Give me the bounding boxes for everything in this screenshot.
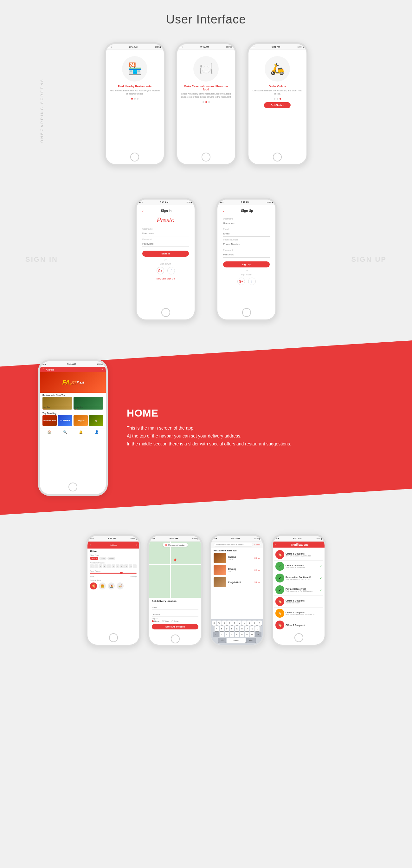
map-home-btn[interactable] bbox=[171, 634, 180, 643]
signup-home-btn[interactable] bbox=[242, 308, 251, 317]
facebook-signin-icon[interactable]: f bbox=[167, 267, 175, 274]
cuisine-burger[interactable]: 🍔 bbox=[99, 583, 106, 589]
guest-5[interactable]: 5 bbox=[107, 564, 111, 568]
su-email-input[interactable] bbox=[223, 231, 270, 237]
key-a[interactable]: A bbox=[214, 626, 219, 631]
cuisine-noodle[interactable]: 🍜 bbox=[116, 583, 124, 589]
home-nav-home[interactable]: 🏠 bbox=[47, 430, 51, 434]
filter-icon[interactable]: ⚙ bbox=[101, 368, 103, 371]
map-pin-icon[interactable]: 📍 bbox=[172, 558, 178, 563]
tag-lunch[interactable]: Lunch bbox=[99, 557, 107, 560]
signup-button[interactable]: Sign up bbox=[223, 261, 270, 268]
key-i[interactable]: I bbox=[247, 621, 252, 626]
guest-2[interactable]: 2 bbox=[95, 564, 98, 568]
price-range-slider[interactable] bbox=[90, 572, 137, 574]
google-signin-icon[interactable]: G+ bbox=[157, 267, 164, 274]
key-f[interactable]: F bbox=[230, 626, 234, 631]
guest-8[interactable]: 8 bbox=[120, 564, 124, 568]
key-123[interactable]: 123 bbox=[218, 638, 226, 643]
radio-other[interactable]: Other bbox=[171, 620, 179, 622]
key-s[interactable]: S bbox=[219, 626, 224, 631]
notif-item-3[interactable]: ✓ Reservation Confirmed! Your Reservatio… bbox=[274, 572, 323, 584]
key-o[interactable]: O bbox=[252, 621, 257, 626]
guest-10[interactable]: 10 bbox=[129, 564, 133, 568]
notif-item-6[interactable]: 🏷️ Offers & Coupons! 50% off on Order ov… bbox=[274, 608, 323, 619]
key-b[interactable]: B bbox=[240, 632, 244, 637]
key-p[interactable]: P bbox=[258, 621, 262, 626]
list-item-italiano[interactable]: Italiano ★ 4.1 2.7 km bbox=[214, 553, 260, 563]
filter-nav-settings[interactable]: ⚙ bbox=[136, 544, 137, 546]
guest-1[interactable]: 1 bbox=[90, 564, 94, 568]
guest-6[interactable]: 6 bbox=[111, 564, 115, 568]
notif-item-7[interactable]: 🏷️ Offers & Coupons! bbox=[274, 619, 323, 631]
key-j[interactable]: J bbox=[245, 626, 249, 631]
home-nav-search[interactable]: 🔍 bbox=[63, 430, 67, 434]
trending-item-2[interactable]: SUMMER bbox=[58, 415, 72, 426]
tag-brunch[interactable]: Brunch bbox=[90, 557, 98, 560]
home-address[interactable]: 📍 Address bbox=[42, 368, 54, 371]
guest-3[interactable]: 3 bbox=[99, 564, 102, 568]
guest-7[interactable]: 7 bbox=[116, 564, 119, 568]
notif-home-btn[interactable] bbox=[295, 633, 303, 642]
key-q[interactable]: Q bbox=[212, 621, 216, 626]
restaurant-card-2[interactable]: Kalyani Veg ★ 4.0 bbox=[73, 397, 103, 410]
home-phone-btn[interactable] bbox=[68, 483, 77, 491]
key-z[interactable]: Z bbox=[219, 632, 224, 637]
guest-more[interactable]: › bbox=[133, 564, 137, 568]
key-x[interactable]: X bbox=[225, 632, 229, 637]
key-n[interactable]: N bbox=[245, 632, 249, 637]
cuisine-pizza[interactable]: 🍕 bbox=[90, 583, 97, 589]
home-btn-1[interactable] bbox=[130, 153, 139, 161]
landmark-input[interactable] bbox=[152, 613, 198, 617]
restaurant-card-1[interactable]: Irani Cafe ★ 3.5 bbox=[42, 397, 72, 410]
key-y[interactable]: Y bbox=[237, 621, 242, 626]
key-space[interactable]: space bbox=[227, 638, 246, 643]
notif-item-4[interactable]: ✓ Payment Received! Your payment of Rs 8… bbox=[274, 584, 323, 596]
key-l[interactable]: L bbox=[255, 626, 260, 631]
guest-9[interactable]: 9 bbox=[124, 564, 128, 568]
use-current-location[interactable]: 🎯 Use current location bbox=[163, 543, 187, 547]
key-w[interactable]: W bbox=[217, 621, 221, 626]
signin-button[interactable]: Sign In bbox=[142, 251, 189, 257]
tag-dinner[interactable]: Dinner bbox=[107, 557, 115, 560]
facebook-signup-icon[interactable]: f bbox=[248, 278, 256, 285]
su-password-input[interactable] bbox=[223, 252, 270, 258]
trending-item-4[interactable]: 🍜 bbox=[89, 415, 103, 426]
home-btn-3[interactable] bbox=[273, 153, 282, 161]
new-user-link[interactable]: New User Sign Up bbox=[157, 278, 175, 280]
key-t[interactable]: T bbox=[232, 621, 237, 626]
trending-item-1[interactable]: Chocolate Treats bbox=[42, 415, 57, 426]
key-k[interactable]: K bbox=[250, 626, 254, 631]
key-return[interactable]: return bbox=[246, 638, 256, 643]
notif-item-2[interactable]: ✓ Order Confirmed! Your order is confirm… bbox=[274, 561, 323, 572]
su-phone-input[interactable] bbox=[223, 241, 270, 247]
trending-item-3[interactable]: Range G bbox=[73, 415, 88, 426]
search-cancel-button[interactable]: Cancel bbox=[254, 544, 260, 546]
get-started-button[interactable]: Get Started bbox=[264, 102, 290, 108]
key-g[interactable]: G bbox=[235, 626, 239, 631]
home-btn-2[interactable] bbox=[202, 153, 210, 161]
key-shift[interactable]: ⇧ bbox=[213, 632, 219, 637]
su-username-input[interactable] bbox=[223, 220, 270, 226]
key-c[interactable]: C bbox=[230, 632, 234, 637]
list-item-diwong[interactable]: Diwong ★ 4.0 2.5 km bbox=[214, 565, 260, 575]
cuisine-bento[interactable]: 🍱 bbox=[108, 583, 115, 589]
key-m[interactable]: M bbox=[250, 632, 254, 637]
notif-item-1[interactable]: 🏷️ Offers & Coupons 30% off on orders ov… bbox=[274, 549, 323, 561]
password-input[interactable] bbox=[142, 241, 189, 247]
filter-home-btn[interactable] bbox=[109, 633, 118, 642]
restaurant-search-input[interactable] bbox=[214, 543, 253, 547]
key-h[interactable]: H bbox=[240, 626, 244, 631]
guest-4[interactable]: 4 bbox=[103, 564, 107, 568]
key-v[interactable]: V bbox=[235, 632, 239, 637]
google-signup-icon[interactable]: G+ bbox=[237, 278, 245, 285]
notif-back-arrow[interactable]: ‹ bbox=[275, 543, 276, 546]
key-backspace[interactable]: ⌫ bbox=[255, 632, 262, 637]
radio-work[interactable]: Work bbox=[162, 620, 169, 622]
notif-item-5[interactable]: 🏷️ Offers & Coupons! Save best deals! bbox=[274, 596, 323, 608]
key-r[interactable]: R bbox=[227, 621, 232, 626]
save-proceed-button[interactable]: Save And Proceed bbox=[152, 624, 198, 629]
key-d[interactable]: D bbox=[225, 626, 229, 631]
username-input[interactable] bbox=[142, 230, 189, 236]
radio-home[interactable]: Home bbox=[152, 620, 160, 622]
